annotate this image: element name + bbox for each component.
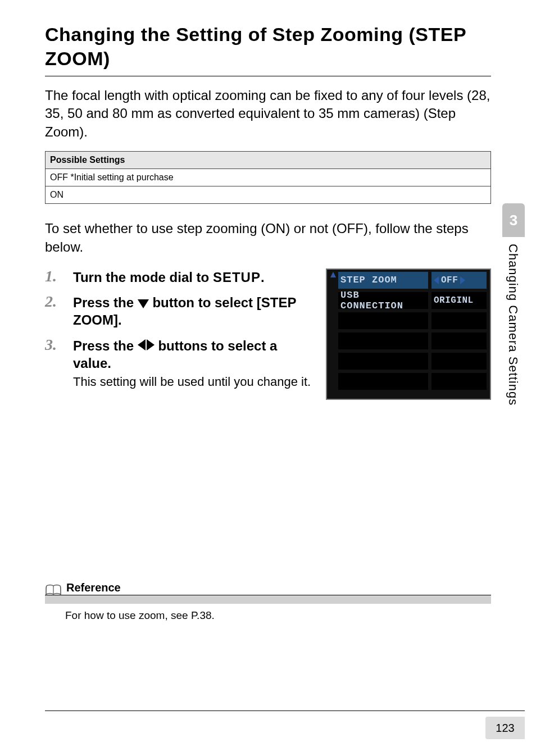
value-left-arrow-icon — [434, 276, 439, 284]
settings-row: OFF *Initial setting at purchase — [46, 169, 491, 186]
chapter-side-tab: 3 Changing Camera Settings — [502, 203, 525, 406]
heading-rule — [45, 76, 491, 76]
lcd-value — [431, 333, 487, 349]
lcd-value: ORIGINL — [431, 292, 487, 309]
lcd-label — [338, 373, 428, 390]
reference-title: Reference — [66, 581, 121, 595]
step-text: Press the — [73, 338, 138, 353]
step-body: This setting will be used until you chan… — [73, 374, 315, 390]
chapter-number: 3 — [502, 203, 525, 237]
lcd-value — [431, 353, 487, 370]
lcd-value — [431, 373, 487, 390]
down-arrow-icon — [138, 299, 149, 308]
page-number: 123 — [485, 717, 525, 739]
lcd-row — [338, 312, 487, 329]
step-text: Press the — [73, 295, 138, 310]
reference-bar — [45, 595, 491, 604]
lcd-value-text: OFF — [441, 275, 458, 285]
lcd-label — [338, 353, 428, 370]
settings-row: ON — [46, 186, 491, 204]
left-right-arrows-icon — [138, 339, 155, 350]
lcd-row — [338, 373, 487, 390]
step-title: Press the button to select [STEP ZOOM]. — [73, 294, 315, 329]
footer-rule — [45, 711, 525, 711]
lcd-label: STEP ZOOM — [338, 272, 428, 289]
lcd-label — [338, 333, 428, 349]
setup-mode-label: SETUP — [213, 270, 261, 285]
step-text: Turn the mode dial to — [73, 270, 213, 285]
step-title: Press the buttons to select a value. — [73, 337, 315, 372]
book-icon — [45, 582, 62, 595]
chapter-title: Changing Camera Settings — [502, 237, 524, 406]
reference-box: Reference For how to use zoom, see P.38. — [45, 581, 491, 622]
step-item: Press the buttons to select a value. Thi… — [45, 337, 315, 390]
left-arrow-icon — [138, 339, 146, 350]
right-arrow-icon — [147, 339, 155, 350]
lcd-value: OFF — [431, 272, 487, 289]
scroll-up-icon — [330, 272, 336, 277]
lcd-row — [338, 333, 487, 349]
value-right-arrow-icon — [460, 276, 465, 284]
page-heading: Changing the Setting of Step Zooming (ST… — [45, 22, 491, 70]
steps-list: Turn the mode dial to SETUP. Press the b… — [45, 268, 315, 390]
lcd-value — [431, 312, 487, 329]
reference-body: For how to use zoom, see P.38. — [45, 609, 491, 622]
camera-lcd-screenshot: STEP ZOOM OFF USB CONNECTION ORIGINL — [326, 268, 491, 400]
possible-settings-table: Possible Settings OFF *Initial setting a… — [45, 151, 491, 204]
intro-paragraph: The focal length with optical zooming ca… — [45, 86, 491, 141]
settings-header: Possible Settings — [46, 152, 491, 169]
lcd-row: USB CONNECTION ORIGINL — [338, 292, 487, 309]
lcd-label: USB CONNECTION — [338, 292, 428, 309]
lcd-label — [338, 312, 428, 329]
instructions-paragraph: To set whether to use step zooming (ON) … — [45, 220, 491, 256]
lcd-row — [338, 353, 487, 370]
step-item: Press the button to select [STEP ZOOM]. — [45, 294, 315, 329]
step-text: . — [261, 270, 265, 285]
step-item: Turn the mode dial to SETUP. — [45, 268, 315, 286]
lcd-row-selected: STEP ZOOM OFF — [338, 272, 487, 289]
step-title: Turn the mode dial to SETUP. — [73, 268, 315, 286]
